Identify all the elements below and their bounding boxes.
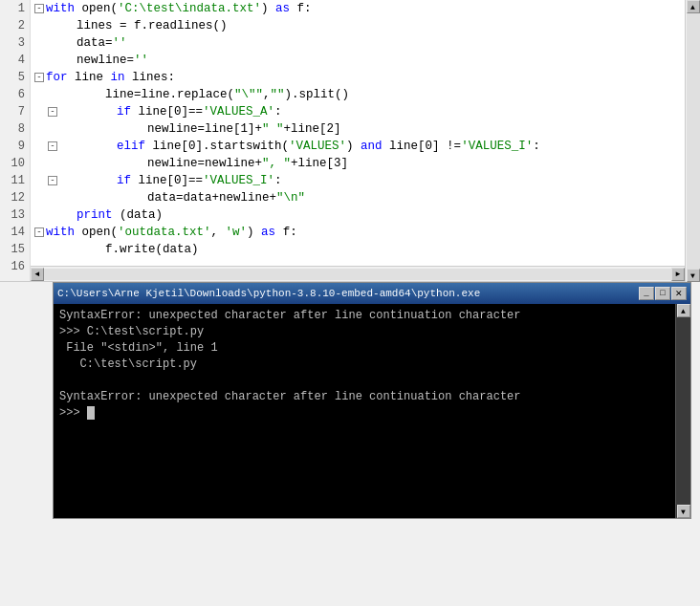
- line-num-15: 15: [0, 241, 30, 258]
- code-line-11: - if line[0]=='VALUES_I':: [34, 172, 700, 189]
- fold-7[interactable]: -: [48, 107, 57, 117]
- code-line-13: print (data): [34, 206, 700, 224]
- terminal-line-5: [59, 373, 669, 389]
- code-line-8: newline=line[1]+" "+line[2]: [34, 120, 700, 138]
- code-line-2: lines = f.readlines(): [34, 17, 700, 34]
- editor-scrollbar[interactable]: ▲ ▼: [685, 0, 700, 282]
- line-num-11: 11: [0, 172, 30, 189]
- terminal-scroll-up[interactable]: ▲: [677, 304, 690, 317]
- bottom-gray-area: [0, 519, 700, 606]
- terminal-scrollbar[interactable]: ▲ ▼: [675, 304, 690, 518]
- scroll-track[interactable]: [687, 13, 700, 269]
- terminal-body: SyntaxError: unexpected character after …: [54, 304, 690, 518]
- terminal-line-2: >>> C:\test\script.py: [59, 324, 669, 340]
- terminal-title: C:\Users\Arne Kjetil\Downloads\python-3.…: [57, 288, 480, 299]
- code-line-9: - elif line[0].startswith('VALUES') and …: [34, 138, 700, 155]
- terminal-scroll-track[interactable]: [677, 317, 690, 505]
- code-line-15: f.write(data): [34, 241, 700, 258]
- minimize-button[interactable]: _: [639, 287, 654, 300]
- line-num-13: 13: [0, 206, 30, 224]
- line-num-6: 6: [0, 86, 30, 103]
- terminal-controls[interactable]: _ □ ✕: [639, 287, 687, 300]
- line-num-3: 3: [0, 34, 30, 52]
- line-num-7: 7: [0, 103, 30, 120]
- terminal-line-6: SyntaxError: unexpected character after …: [59, 389, 669, 405]
- code-line-10: newline=newline+", "+line[3]: [34, 155, 700, 172]
- terminal-scroll-down[interactable]: ▼: [677, 505, 690, 518]
- line-num-10: 10: [0, 155, 30, 172]
- line-num-5: 5: [0, 69, 30, 86]
- line-num-8: 8: [0, 120, 30, 138]
- code-line-14: -with open('outdata.txt', 'w') as f:: [34, 224, 700, 241]
- code-line-4: newline='': [34, 52, 700, 69]
- left-margin: [0, 282, 53, 519]
- line-num-12: 12: [0, 189, 30, 206]
- line-num-16: 16: [0, 258, 30, 275]
- scroll-right-arrow[interactable]: ►: [671, 268, 685, 281]
- fold-9[interactable]: -: [48, 141, 57, 151]
- right-margin: [691, 282, 700, 519]
- terminal-window[interactable]: C:\Users\Arne Kjetil\Downloads\python-3.…: [53, 282, 691, 519]
- fold-14[interactable]: -: [34, 227, 44, 237]
- fold-1[interactable]: -: [34, 4, 44, 13]
- h-scroll-track[interactable]: [44, 269, 671, 280]
- scroll-left-arrow[interactable]: ◄: [31, 268, 44, 281]
- code-line-5: -for line in lines:: [34, 69, 700, 86]
- fold-5[interactable]: -: [34, 73, 44, 82]
- line-num-9: 9: [0, 138, 30, 155]
- code-text[interactable]: -with open('C:\test\indata.txt') as f: l…: [31, 0, 700, 281]
- terminal-line-1: SyntaxError: unexpected character after …: [59, 308, 669, 324]
- maximize-button[interactable]: □: [655, 287, 670, 300]
- scroll-down-arrow[interactable]: ▼: [687, 269, 700, 282]
- code-line-12: data=data+newline+"\n": [34, 189, 700, 206]
- code-editor[interactable]: 1 2 3 4 5 6 7 8 9 10 11 12 13 14 15 16 -…: [0, 0, 700, 282]
- line-numbers: 1 2 3 4 5 6 7 8 9 10 11 12 13 14 15 16: [0, 0, 31, 281]
- line-num-1: 1: [0, 0, 30, 17]
- editor-hscrollbar[interactable]: ◄ ►: [31, 266, 685, 281]
- terminal-line-3: File "<stdin>", line 1: [59, 340, 669, 357]
- terminal-line-4: C:\test\script.py: [59, 357, 669, 373]
- code-line-1: -with open('C:\test\indata.txt') as f:: [34, 0, 700, 17]
- terminal-line-7: >>>: [59, 405, 669, 422]
- code-line-7: - if line[0]=='VALUES_A':: [34, 103, 700, 120]
- line-num-14: 14: [0, 224, 30, 241]
- fold-11[interactable]: -: [48, 176, 57, 185]
- line-num-2: 2: [0, 17, 30, 34]
- close-button[interactable]: ✕: [671, 287, 687, 300]
- terminal-titlebar: C:\Users\Arne Kjetil\Downloads\python-3.…: [54, 283, 690, 304]
- code-line-6: line=line.replace("\"","").split(): [34, 86, 700, 103]
- scroll-up-arrow[interactable]: ▲: [687, 0, 700, 13]
- terminal-output: SyntaxError: unexpected character after …: [54, 304, 675, 518]
- line-num-4: 4: [0, 52, 30, 69]
- code-line-3: data='': [34, 34, 700, 52]
- terminal-cursor: [87, 406, 95, 420]
